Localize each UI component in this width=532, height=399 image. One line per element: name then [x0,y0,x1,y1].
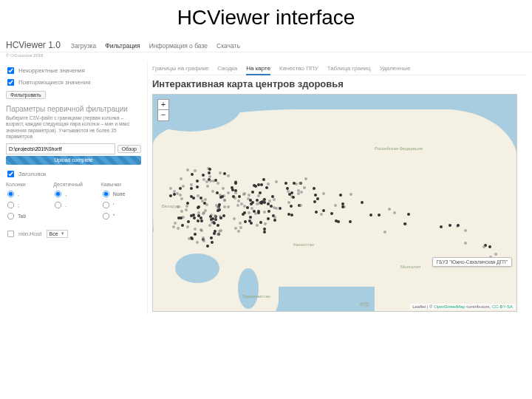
map-marker[interactable] [339,194,342,197]
leaflet-map[interactable]: + − Российская Федерация Беларусь Казахс… [152,94,517,312]
map-marker[interactable] [213,222,216,225]
map-marker[interactable] [196,180,199,183]
radio-quote-single[interactable]: ' [101,200,141,210]
map-marker[interactable] [267,210,270,213]
map-marker[interactable] [290,205,293,208]
select-all[interactable]: Все ▼ [47,230,68,238]
map-marker[interactable] [303,186,306,189]
nav-filter[interactable]: Фильтрация [105,42,140,50]
filter-button[interactable]: Фильтровать [6,91,46,99]
map-marker[interactable] [237,230,240,233]
map-marker[interactable] [264,222,267,225]
map-marker[interactable] [234,181,237,184]
map-marker[interactable] [257,183,260,186]
map-marker[interactable] [192,197,195,200]
map-marker[interactable] [313,200,316,203]
map-marker[interactable] [223,199,226,202]
map-marker[interactable] [287,190,290,193]
map-marker[interactable] [206,245,209,248]
map-marker[interactable] [440,225,443,228]
tab-quality[interactable]: Качество ППУ [279,65,318,72]
map-marker[interactable] [179,194,182,197]
map-marker[interactable] [197,219,200,222]
map-marker[interactable] [243,192,246,195]
map-marker[interactable] [236,204,239,207]
map-marker[interactable] [179,187,182,190]
map-marker[interactable] [393,211,396,214]
map-marker[interactable] [250,222,253,225]
browse-button[interactable]: Обзор [117,145,141,153]
checkbox-header[interactable]: Заголовок [6,169,141,179]
map-marker[interactable] [314,194,317,197]
map-marker[interactable] [218,203,221,206]
radio-semicolon[interactable]: ; [6,200,46,210]
map-marker[interactable] [211,190,214,193]
checkbox-incorrect-values[interactable]: Некорректные значения [6,66,141,75]
map-marker[interactable] [186,202,189,205]
map-marker[interactable] [219,216,222,219]
map-marker[interactable] [494,253,497,256]
map-marker[interactable] [208,224,211,227]
nav-download[interactable]: Скачать [216,42,240,50]
checkbox-input[interactable] [7,79,14,86]
file-path-input[interactable] [6,143,115,154]
map-marker[interactable] [205,203,208,206]
map-marker[interactable] [293,182,296,185]
map-marker[interactable] [216,224,219,227]
map-marker[interactable] [216,209,219,212]
map-marker[interactable] [287,213,290,216]
map-marker[interactable] [202,212,205,215]
checkbox-input[interactable] [7,231,14,237]
map-marker[interactable] [361,201,364,204]
map-marker[interactable] [174,222,177,225]
radio-dec-dot[interactable]: . [53,200,93,210]
map-marker[interactable] [275,180,278,183]
zoom-in-button[interactable]: + [158,100,168,110]
map-marker[interactable] [196,185,199,188]
tab-bounds-table[interactable]: Таблица границ [327,65,371,72]
map-marker[interactable] [250,207,253,210]
checkbox-minhost[interactable]: min.Host [6,229,42,239]
map-marker[interactable] [210,218,213,221]
map-marker[interactable] [290,214,293,216]
map-marker[interactable] [190,183,193,186]
map-marker[interactable] [288,193,291,196]
nav-dbinfo[interactable]: Информация о базе [149,42,208,50]
radio-quote-double[interactable]: " [101,211,141,221]
map-marker[interactable] [315,211,318,214]
map-marker[interactable] [322,192,325,195]
map-marker[interactable] [182,185,185,188]
radio-tab[interactable]: Tab [6,211,46,221]
tab-bounds-chart[interactable]: Границы на графике [152,65,208,72]
map-marker[interactable] [180,177,183,180]
map-marker[interactable] [204,198,207,201]
license-link[interactable]: CC-BY-SA [492,304,513,309]
map-marker[interactable] [464,229,467,232]
radio-dec-comma[interactable]: , [53,189,93,199]
map-marker[interactable] [208,171,211,174]
map-marker[interactable] [231,188,234,191]
map-marker[interactable] [240,202,243,205]
map-marker[interactable] [218,230,221,233]
map-marker[interactable] [488,245,491,248]
nav-upload[interactable]: Загрузка [71,42,96,50]
map-marker[interactable] [349,220,352,223]
map-marker[interactable] [188,237,191,240]
map-marker[interactable] [335,219,338,222]
map-marker[interactable] [177,205,180,208]
map-marker[interactable] [334,204,337,207]
map-marker[interactable] [464,242,467,245]
tab-map[interactable]: На карте [246,65,270,75]
map-marker[interactable] [267,183,270,185]
radio-comma[interactable]: , [6,189,46,199]
radio-quote-none[interactable]: None [101,189,141,199]
map-marker[interactable] [180,210,183,213]
map-marker[interactable] [221,195,224,198]
zoom-out-button[interactable]: − [158,110,168,120]
map-marker[interactable] [223,205,226,208]
checkbox-input[interactable] [7,67,14,74]
map-marker[interactable] [313,187,316,190]
map-marker[interactable] [256,224,259,227]
map-marker[interactable] [227,174,230,177]
checkbox-duplicate-values[interactable]: Повторяющиеся значения [6,78,141,87]
